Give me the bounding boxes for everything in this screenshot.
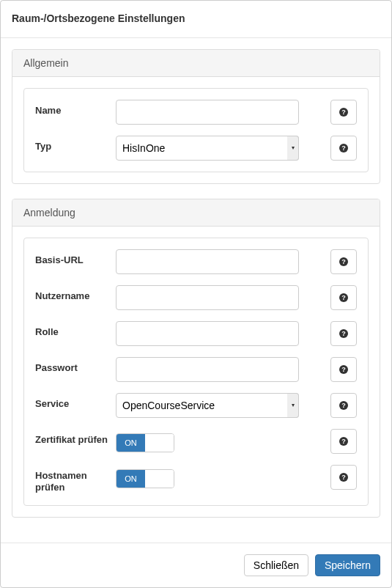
- wrap-type: HisInOne ▾ ?: [116, 136, 357, 161]
- row-service: Service OpenCourseService ▾ ?: [35, 393, 357, 418]
- label-username: Nutzername: [35, 285, 116, 303]
- toggle-verifyhost[interactable]: ON: [116, 469, 174, 488]
- label-name: Name: [35, 100, 116, 117]
- help-icon: ?: [339, 437, 348, 446]
- help-icon: ?: [339, 401, 348, 410]
- help-verifyhost[interactable]: ?: [330, 465, 357, 490]
- panel-auth-heading: Anmeldung: [12, 199, 380, 227]
- save-button[interactable]: Speichern: [315, 554, 380, 576]
- toggle-on-label: ON: [117, 470, 145, 488]
- help-icon: ?: [339, 473, 348, 482]
- row-verifyhost: Hostnamen prüfen ON ?: [35, 465, 357, 495]
- wrap-password: ?: [116, 357, 357, 382]
- wrap-verifycert: ON ?: [116, 429, 357, 454]
- toggle-on-label: ON: [117, 434, 145, 452]
- label-role: Rolle: [35, 321, 116, 339]
- help-verifycert[interactable]: ?: [330, 429, 357, 454]
- input-password[interactable]: [116, 357, 299, 382]
- toggle-handle: [145, 470, 174, 488]
- help-name[interactable]: ?: [330, 100, 357, 125]
- panel-auth-inner: Basis-URL ? Nutzername: [23, 238, 369, 507]
- modal-footer: Schließen Speichern: [1, 543, 391, 587]
- help-username[interactable]: ?: [330, 285, 357, 310]
- help-icon: ?: [339, 108, 348, 117]
- help-icon: ?: [339, 257, 348, 266]
- help-password[interactable]: ?: [330, 357, 357, 382]
- wrap-service: OpenCourseService ▾ ?: [116, 393, 357, 418]
- row-baseurl: Basis-URL ?: [35, 249, 357, 274]
- row-role: Rolle ?: [35, 321, 357, 346]
- wrap-verifyhost: ON ?: [116, 465, 357, 490]
- select-type[interactable]: HisInOne: [116, 136, 299, 161]
- toggle-handle: [145, 434, 174, 452]
- select-type-wrap: HisInOne ▾: [116, 136, 299, 161]
- help-icon: ?: [339, 144, 348, 152]
- panel-general-body: Name ? Typ HisI: [12, 77, 380, 183]
- row-name: Name ?: [35, 100, 357, 125]
- row-type: Typ HisInOne ▾ ?: [35, 136, 357, 161]
- help-type[interactable]: ?: [330, 136, 357, 161]
- select-service[interactable]: OpenCourseService: [116, 393, 299, 418]
- row-password: Passwort ?: [35, 357, 357, 382]
- settings-modal: Raum-/Ortsbezogene Einstellungen Allgeme…: [0, 0, 392, 588]
- label-baseurl: Basis-URL: [35, 249, 116, 267]
- modal-body: Allgemein Name ? Typ: [1, 38, 391, 544]
- row-username: Nutzername ?: [35, 285, 357, 310]
- panel-general-heading: Allgemein: [12, 50, 380, 77]
- input-name[interactable]: [116, 100, 299, 125]
- help-icon: ?: [339, 365, 348, 374]
- input-role[interactable]: [116, 321, 299, 346]
- wrap-role: ?: [116, 321, 357, 346]
- help-icon: ?: [339, 293, 348, 302]
- modal-title: Raum-/Ortsbezogene Einstellungen: [12, 12, 380, 26]
- wrap-name: ?: [116, 100, 357, 125]
- wrap-username: ?: [116, 285, 357, 310]
- label-service: Service: [35, 393, 116, 411]
- wrap-baseurl: ?: [116, 249, 357, 274]
- panel-general: Allgemein Name ? Typ: [12, 49, 380, 184]
- input-baseurl[interactable]: [116, 249, 299, 274]
- label-type: Typ: [35, 136, 116, 153]
- panel-auth: Anmeldung Basis-URL ? Nutzername: [12, 199, 380, 518]
- label-verifyhost: Hostnamen prüfen: [35, 465, 116, 495]
- label-verifycert: Zertifikat prüfen: [35, 429, 116, 446]
- toggle-verifycert[interactable]: ON: [116, 433, 174, 452]
- select-service-wrap: OpenCourseService ▾: [116, 393, 299, 418]
- input-username[interactable]: [116, 285, 299, 310]
- close-button[interactable]: Schließen: [244, 554, 308, 576]
- help-baseurl[interactable]: ?: [330, 249, 357, 274]
- label-password: Passwort: [35, 357, 116, 375]
- panel-auth-body: Basis-URL ? Nutzername: [12, 227, 380, 518]
- help-role[interactable]: ?: [330, 321, 357, 346]
- help-icon: ?: [339, 329, 348, 338]
- modal-header: Raum-/Ortsbezogene Einstellungen: [1, 1, 391, 38]
- panel-general-inner: Name ? Typ HisI: [23, 88, 369, 172]
- row-verifycert: Zertifikat prüfen ON ?: [35, 429, 357, 454]
- help-service[interactable]: ?: [330, 393, 357, 418]
